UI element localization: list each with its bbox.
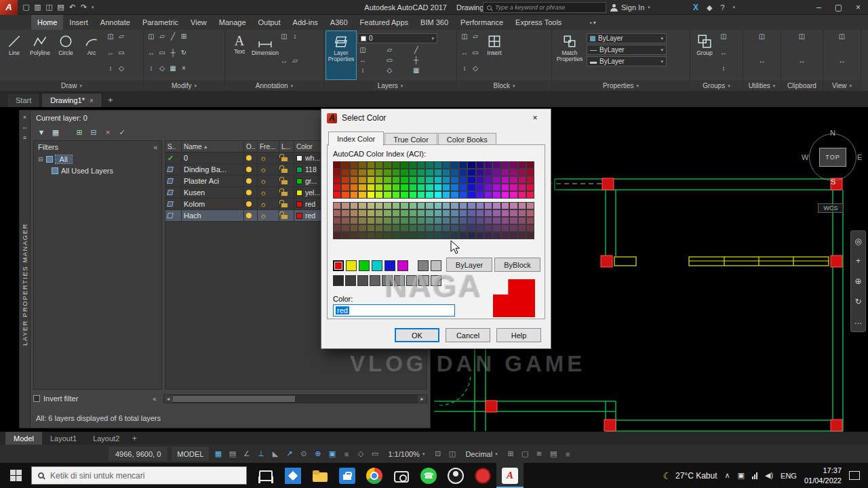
- aci-color-cell[interactable]: [492, 209, 500, 217]
- line-tool-button[interactable]: Line: [2, 31, 26, 79]
- aci-color-cell[interactable]: [509, 191, 517, 199]
- aci-color-cell[interactable]: [350, 169, 358, 176]
- aci-color-cell[interactable]: [509, 217, 517, 224]
- exchange-apps-icon[interactable]: X: [693, 3, 698, 12]
- aci-color-cell[interactable]: [450, 209, 458, 217]
- orbit-icon[interactable]: ↻: [854, 298, 861, 306]
- tool-icon[interactable]: ┼: [167, 47, 178, 58]
- status-toggle-icon[interactable]: ∠: [239, 447, 254, 461]
- layer-on-icon[interactable]: [244, 152, 258, 163]
- aci-color-cell[interactable]: [518, 191, 526, 199]
- status-toggle-icon[interactable]: ⊞: [504, 447, 518, 461]
- aci-color-cell[interactable]: [459, 184, 467, 191]
- aci-color-cell[interactable]: [450, 202, 458, 209]
- aci-color-cell[interactable]: [367, 202, 375, 209]
- layer-on-icon[interactable]: [244, 210, 258, 221]
- aci-color-cell[interactable]: [484, 217, 492, 224]
- aci-color-cell[interactable]: [425, 161, 433, 169]
- aci-color-cell[interactable]: [518, 202, 526, 209]
- arc-tool-button[interactable]: Arc: [79, 31, 104, 79]
- palette-set-current-layer-icon[interactable]: ✓: [117, 127, 127, 138]
- aci-color-cell[interactable]: [476, 161, 484, 169]
- aci-color-cell[interactable]: [333, 184, 341, 191]
- aci-color-cell[interactable]: [434, 232, 442, 239]
- status-toggle-icon[interactable]: ◫: [445, 447, 459, 461]
- aci-color-cell[interactable]: [400, 232, 408, 239]
- zoom-icon[interactable]: ⊕: [854, 277, 861, 285]
- palette-delete-layer-icon[interactable]: ×: [102, 127, 113, 138]
- status-toggle-icon[interactable]: ≡: [339, 447, 353, 461]
- aci-color-cell[interactable]: [333, 232, 341, 239]
- column-freeze[interactable]: Fre...: [258, 141, 279, 152]
- aci-color-cell[interactable]: [417, 169, 425, 176]
- status-toggle-icon[interactable]: ▤: [225, 447, 239, 461]
- aci-color-cell[interactable]: [400, 169, 408, 176]
- aci-color-cell[interactable]: [501, 184, 509, 191]
- layer-freeze-icon[interactable]: ☼: [258, 176, 279, 186]
- aci-color-cell[interactable]: [358, 209, 366, 217]
- aci-color-cell[interactable]: [492, 169, 500, 176]
- aci-color-cell[interactable]: [526, 184, 534, 191]
- aci-color-cell[interactable]: [400, 161, 408, 169]
- model-space-button[interactable]: MODEL: [172, 447, 209, 461]
- layer-lock-icon[interactable]: [279, 164, 294, 175]
- linetype-dropdown[interactable]: — ByLayer ▾: [587, 45, 667, 55]
- invert-filter-checkbox[interactable]: Invert filter: [33, 394, 153, 403]
- aci-color-cell[interactable]: [459, 176, 467, 184]
- minimize-button[interactable]: –: [809, 0, 829, 15]
- aci-color-cell[interactable]: [434, 202, 442, 209]
- aci-color-cell[interactable]: [417, 184, 425, 191]
- taskbar-item-obs[interactable]: [442, 463, 469, 488]
- panel-label-modify[interactable]: Modify▾: [144, 81, 224, 91]
- tool-icon[interactable]: ╱: [167, 31, 178, 41]
- shade-swatch[interactable]: [382, 275, 393, 286]
- status-toggle-icon[interactable]: ↗: [282, 447, 296, 461]
- aci-color-cell[interactable]: [476, 202, 484, 209]
- aci-color-cell[interactable]: [425, 176, 433, 184]
- tool-icon[interactable]: ↻: [178, 47, 189, 58]
- checkbox-icon[interactable]: [33, 395, 40, 402]
- palette-dock-icon[interactable]: ⇔: [20, 123, 29, 131]
- ribbon-tab-output[interactable]: Output: [252, 15, 287, 30]
- aci-color-cell[interactable]: [409, 184, 417, 191]
- aci-color-cell[interactable]: [450, 191, 458, 199]
- aci-color-cell[interactable]: [341, 232, 349, 239]
- annotation-scale-button[interactable]: 1:1/100%▾: [384, 450, 429, 458]
- palette-new-layer-icon[interactable]: ⊞: [74, 127, 85, 138]
- aci-color-cell[interactable]: [509, 209, 517, 217]
- aci-color-cell[interactable]: [526, 176, 534, 184]
- aci-color-cell[interactable]: [442, 191, 450, 199]
- file-tab-drawing1[interactable]: Drawing1* ×: [41, 93, 102, 107]
- aci-color-cell[interactable]: [409, 224, 417, 232]
- aci-color-cell[interactable]: [526, 224, 534, 232]
- aci-color-cell[interactable]: [367, 209, 375, 217]
- layer-dropdown[interactable]: 0 ▾: [357, 33, 437, 43]
- taskbar-item-chrome[interactable]: [361, 463, 388, 488]
- aci-color-cell[interactable]: [526, 232, 534, 239]
- shade-swatch[interactable]: [357, 275, 368, 286]
- column-lock[interactable]: L...: [279, 141, 294, 152]
- aci-color-cell[interactable]: [392, 176, 400, 184]
- aci-color-cell[interactable]: [459, 232, 467, 239]
- aci-color-cell[interactable]: [459, 202, 467, 209]
- layer-properties-button[interactable]: Layer Properties: [326, 31, 356, 79]
- aci-color-cell[interactable]: [400, 176, 408, 184]
- shade-swatch[interactable]: [406, 275, 417, 286]
- standard-color-swatch[interactable]: [333, 260, 344, 271]
- tool-icon[interactable]: ×: [178, 63, 189, 73]
- ribbon-tab-parametric[interactable]: Parametric: [136, 15, 184, 30]
- aci-color-cell[interactable]: [417, 202, 425, 209]
- aci-color-cell[interactable]: [526, 209, 534, 217]
- status-toggle-icon[interactable]: ▦: [211, 447, 225, 461]
- aci-color-cell[interactable]: [417, 161, 425, 169]
- qat-dropdown-icon[interactable]: ▾: [92, 5, 94, 10]
- byblock-button[interactable]: ByBlock: [494, 258, 540, 272]
- aci-color-cell[interactable]: [400, 202, 408, 209]
- match-properties-button[interactable]: Match Properties: [554, 31, 585, 79]
- palette-group-filter-icon[interactable]: ▦: [50, 127, 61, 138]
- aci-color-cell[interactable]: [501, 202, 509, 209]
- aci-color-cell[interactable]: [358, 232, 366, 239]
- aci-color-cell[interactable]: [501, 191, 509, 199]
- polyline-tool-button[interactable]: Polyline: [28, 31, 52, 79]
- aci-color-cell[interactable]: [375, 232, 383, 239]
